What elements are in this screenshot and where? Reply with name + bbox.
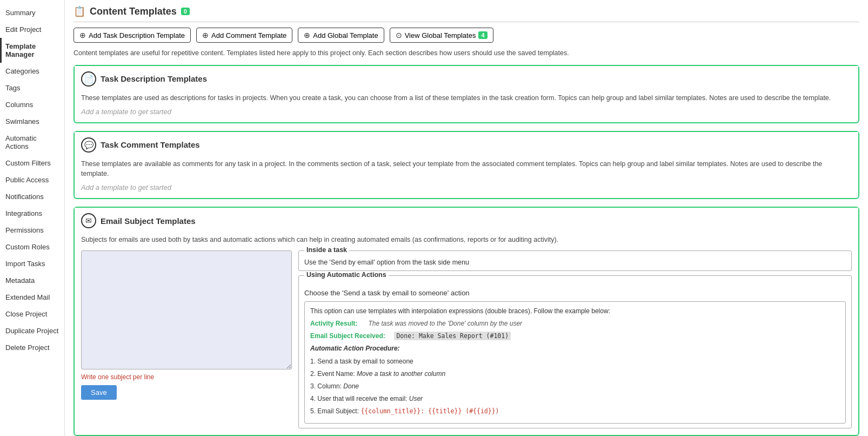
task-description-icon: 📄 [81, 71, 96, 87]
email-subject-icon: ✉ [81, 213, 96, 228]
auto-actions-desc-wrap: Choose the 'Send a task by email to some… [299, 281, 851, 299]
toolbar-btn-icon-add-task-desc: ⊕ [79, 31, 86, 39]
task-comment-desc: These templates are available as comment… [81, 159, 852, 180]
info-right: Inside a task Use the 'Send by email' op… [298, 250, 852, 429]
sidebar-item-delete-project[interactable]: Delete Project [0, 339, 64, 356]
toolbar-btn-add-task-desc[interactable]: ⊕Add Task Description Template [74, 28, 191, 43]
task-comment-placeholder: Add a template to get started [81, 183, 171, 191]
task-description-placeholder: Add a template to get started [81, 108, 171, 116]
sidebar-item-close-project[interactable]: Close Project [0, 306, 64, 322]
toolbar-btn-badge-view-global: 4 [478, 31, 487, 39]
activity-result-label: Activity Result: [310, 320, 357, 327]
procedure-title: Automatic Action Procedure: [310, 343, 840, 354]
task-description-desc: These templates are used as descriptions… [81, 93, 852, 103]
inside-task-text: Use the 'Send by email' option from the … [304, 259, 469, 266]
email-textarea-wrap: Write one subject per line Save [81, 250, 292, 400]
sidebar-item-metadata[interactable]: Metadata [0, 272, 64, 289]
page-header: 📋 Content Templates 0 [74, 5, 859, 22]
toolbar-btn-add-global[interactable]: ⊕Add Global Template [298, 28, 384, 43]
sidebar-item-extended-mail[interactable]: Extended Mail [0, 289, 64, 306]
sidebar-item-custom-roles[interactable]: Custom Roles [0, 239, 64, 255]
toolbar-btn-label-add-global: Add Global Template [313, 31, 378, 39]
toolbar-btn-label-add-comment: Add Comment Template [211, 31, 286, 39]
interpolation-intro: This option can use templates with inter… [310, 306, 840, 316]
email-subjects-desc: Subjects for emails are used both by tas… [81, 235, 852, 245]
inside-task-box: Inside a task Use the 'Send by email' op… [298, 250, 852, 271]
sidebar-item-notifications[interactable]: Notifications [0, 188, 64, 205]
email-subject-title: Email Subject Templates [101, 216, 196, 226]
save-button[interactable]: Save [81, 385, 117, 400]
email-subject-textarea[interactable] [81, 250, 292, 369]
sidebar-item-custom-filters[interactable]: Custom Filters [0, 155, 64, 171]
task-description-header: 📄 Task Description Templates [75, 66, 858, 90]
email-subject-label: Email Subject Received: [310, 332, 385, 340]
step-5-code: {{column_title}}: {{title}} (#{{id}}) [360, 407, 499, 415]
task-comment-body: These templates are available as comment… [75, 156, 858, 199]
page-badge: 0 [181, 8, 190, 15]
page-title: Content Templates [90, 6, 177, 17]
email-subject-value: Done: Make Sales Report (#101) [394, 332, 511, 340]
main-content: 📋 Content Templates 0 ⊕Add Task Descript… [65, 0, 868, 436]
toolbar-btn-label-add-task-desc: Add Task Description Template [89, 31, 185, 39]
sidebar-item-summary[interactable]: Summary [0, 4, 64, 21]
sidebar-item-permissions[interactable]: Permissions [0, 222, 64, 239]
task-comment-section: 💬 Task Comment Templates These templates… [74, 131, 859, 200]
auto-actions-box: Using Automatic Actions Choose the 'Send… [298, 275, 852, 429]
auto-actions-desc: Choose the 'Send a task by email to some… [304, 289, 470, 297]
task-comment-header: 💬 Task Comment Templates [75, 132, 858, 156]
sidebar-item-public-access[interactable]: Public Access [0, 171, 64, 188]
task-description-title: Task Description Templates [101, 74, 207, 83]
sidebar-item-swimlanes[interactable]: Swimlanes [0, 113, 64, 130]
inside-task-body: Use the 'Send by email' option from the … [299, 251, 851, 270]
step-4: 4. User that will receive the email: Use… [310, 394, 840, 404]
sidebar-item-duplicate-project[interactable]: Duplicate Project [0, 322, 64, 339]
page-icon: 📋 [74, 5, 85, 17]
sidebar: SummaryEdit ProjectTemplate ManagerCateg… [0, 0, 65, 436]
toolbar-btn-label-view-global: View Global Templates [405, 31, 476, 39]
steps-container: 1. Send a task by email to someone2. Eve… [310, 356, 840, 417]
step-1: 1. Send a task by email to someone [310, 356, 840, 367]
task-comment-icon: 💬 [81, 137, 96, 153]
sidebar-item-integrations[interactable]: Integrations [0, 205, 64, 222]
step-2: 2. Event Name: Move a task to another co… [310, 369, 840, 379]
task-comment-title: Task Comment Templates [101, 140, 200, 149]
sidebar-item-tags[interactable]: Tags [0, 80, 64, 96]
activity-result-row: Activity Result: The task was moved to t… [310, 319, 840, 329]
textarea-hint: Write one subject per line [81, 373, 292, 381]
task-description-section: 📄 Task Description Templates These templ… [74, 65, 859, 123]
toolbar: ⊕Add Task Description Template⊕Add Comme… [74, 28, 859, 43]
toolbar-btn-add-comment[interactable]: ⊕Add Comment Template [196, 28, 292, 43]
inside-task-title: Inside a task [304, 246, 349, 254]
page-description: Content templates are useful for repetit… [74, 48, 859, 58]
interpolation-box: This option can use templates with inter… [304, 301, 846, 424]
email-subject-received-row: Email Subject Received: Done: Make Sales… [310, 331, 840, 341]
task-description-body: These templates are used as descriptions… [75, 90, 858, 122]
activity-result-value: The task was moved to the 'Done' column … [368, 320, 522, 327]
step-5: 5. Email Subject: {{column_title}}: {{ti… [310, 406, 840, 417]
toolbar-btn-view-global[interactable]: ⊙View Global Templates4 [390, 28, 493, 43]
email-layout: Write one subject per line Save Inside a… [81, 250, 852, 429]
step-3: 3. Column: Done [310, 381, 840, 392]
sidebar-item-template-manager[interactable]: Template Manager [0, 38, 64, 63]
toolbar-btn-icon-add-global: ⊕ [304, 31, 310, 39]
email-subject-header: ✉ Email Subject Templates [75, 208, 858, 232]
email-subject-section: ✉ Email Subject Templates Subjects for e… [74, 207, 859, 436]
sidebar-item-import-tasks[interactable]: Import Tasks [0, 255, 64, 272]
sidebar-item-columns[interactable]: Columns [0, 96, 64, 113]
email-subject-body: Subjects for emails are used both by tas… [75, 232, 858, 435]
toolbar-btn-icon-view-global: ⊙ [396, 31, 402, 39]
sidebar-item-edit-project[interactable]: Edit Project [0, 21, 64, 38]
toolbar-btn-icon-add-comment: ⊕ [202, 31, 209, 39]
sidebar-item-automatic-actions[interactable]: Automatic Actions [0, 130, 64, 155]
auto-actions-title: Using Automatic Actions [304, 271, 389, 279]
sidebar-item-categories[interactable]: Categories [0, 63, 64, 80]
